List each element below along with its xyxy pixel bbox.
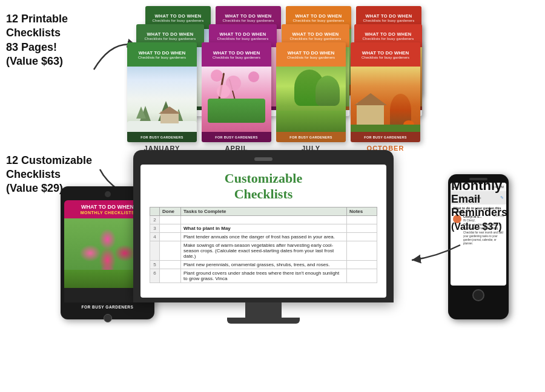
book-jul-front: WHAT TO DO WHEN Checklists for busy gard… — [276, 42, 346, 142]
book-apr-front: WHAT TO DO WHEN Checklists for busy gard… — [202, 42, 271, 142]
phone-home-button[interactable] — [472, 289, 484, 301]
book-apr-front-wrapper: WHAT TO DO WHEN Checklists for busy gard… — [202, 42, 271, 152]
monthly-value-label: (Value $37) — [451, 221, 536, 232]
book-jul-front-wrapper: WHAT TO DO WHEN Checklists for busy gard… — [276, 42, 346, 152]
book-row-3: WHAT TO DO WHEN Checklists for busy gard… — [127, 42, 420, 152]
right-annotation: Monthly Email Reminders (Value $37) — [451, 178, 536, 232]
table-row: 2 — [150, 216, 377, 224]
book-jan-front-wrapper: WHAT TO DO WHEN Checklists for busy gard… — [127, 42, 197, 152]
spreadsheet-table: Done Tasks to Complete Notes 2 — [150, 207, 377, 283]
table-row: 3 What to plant in May — [150, 224, 377, 233]
monitor: Customizable Checklists Done Tasks to Co… — [133, 150, 394, 324]
arrow-right-to-phone — [406, 239, 466, 269]
book-oct-front-wrapper: WHAT TO DO WHEN Checklists for busy gard… — [351, 42, 420, 152]
tablet-home-button[interactable] — [104, 314, 112, 322]
book-jan-front: WHAT TO DO WHEN Checklists for busy gard… — [127, 42, 197, 142]
table-row: 5 Plant new perennials, ornamental grass… — [150, 261, 377, 269]
table-row: Make sowings of warm-season vegetables a… — [150, 241, 377, 261]
email-reminders-label: Email Reminders — [451, 193, 536, 219]
monthly-label: Monthly — [451, 178, 536, 193]
books-grid: WHAT TO DO WHEN Checklists for busy gard… — [127, 6, 539, 145]
table-row: 6 Plant ground covers under shade trees … — [150, 269, 377, 283]
table-row: 4 Plant tender annuals once the danger o… — [150, 233, 377, 241]
book-oct-front: WHAT TO DO WHEN Checklists for busy gard… — [351, 42, 420, 142]
monitor-title: Customizable Checklists — [150, 171, 377, 202]
